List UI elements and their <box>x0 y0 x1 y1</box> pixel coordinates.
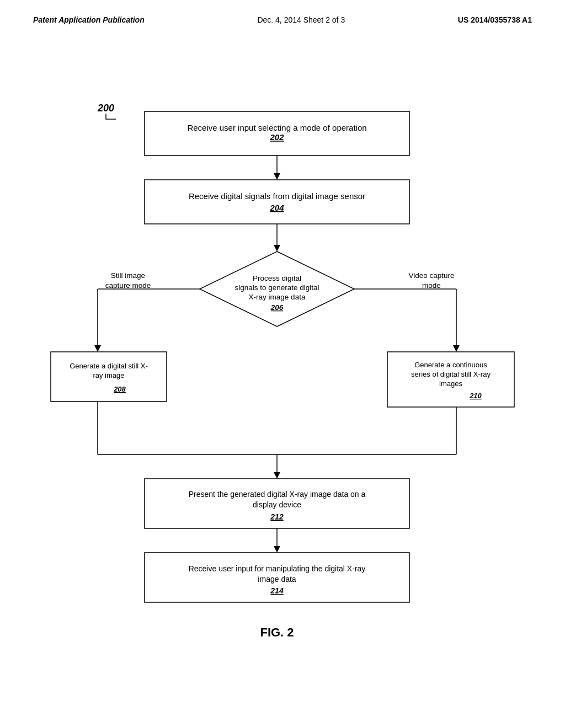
step212-num: 212 <box>270 512 284 521</box>
box-204 <box>145 180 409 224</box>
step210-text-2: series of digital still X-ray <box>411 370 491 378</box>
arrowhead-212 <box>274 472 280 479</box>
branch-left-text-1: Still image <box>111 271 145 280</box>
step208-text-2: ray image <box>93 371 124 379</box>
step204-num: 204 <box>269 203 284 212</box>
branch-right-text-1: Video capture <box>408 271 454 280</box>
arrowhead-214 <box>274 546 280 553</box>
step214-text-1: Receive user input for manipulating the … <box>189 564 366 573</box>
arrowhead-right <box>453 345 460 352</box>
step206-text-3: X-ray image data <box>249 293 306 301</box>
fig-label: FIG. 2 <box>260 625 294 639</box>
branch-right-text-2: mode <box>422 281 441 290</box>
step206-num: 206 <box>270 303 284 312</box>
arrowhead-204-206 <box>274 245 280 251</box>
step202-text: Receive user input selecting a mode of o… <box>187 123 366 132</box>
step208-text-1: Generate a digital still X- <box>70 362 148 370</box>
step212-text-1: Present the generated digital X-ray imag… <box>189 490 366 499</box>
step214-num: 214 <box>270 586 284 595</box>
step210-text-1: Generate a continuous <box>414 361 487 369</box>
arrowhead-202-204 <box>274 173 280 180</box>
header-patent-num: US 2014/0355738 A1 <box>458 15 532 24</box>
step210-text-3: images <box>439 379 462 388</box>
step204-text: Receive digital signals from digital ima… <box>189 191 365 201</box>
step206-text-1: Process digital <box>253 274 301 282</box>
header-publication: Patent Application Publication <box>33 15 145 24</box>
diagram-label: 200 <box>97 103 114 114</box>
header-date-sheet: Dec. 4, 2014 Sheet 2 of 3 <box>257 15 345 24</box>
page: Patent Application Publication Dec. 4, 2… <box>0 0 565 728</box>
step206-text-2: signals to generate digital <box>234 283 319 292</box>
step210-num: 210 <box>469 392 482 400</box>
arrowhead-left <box>94 345 101 352</box>
step202-num: 202 <box>269 132 284 142</box>
branch-left-text-2: capture mode <box>105 281 151 290</box>
step208-num: 208 <box>113 385 126 393</box>
step214-text-2: image data <box>258 575 296 584</box>
step212-text-2: display device <box>253 500 301 509</box>
flowchart-container: 200 Receive user input selecting a mode … <box>0 30 565 675</box>
header: Patent Application Publication Dec. 4, 2… <box>0 0 565 24</box>
